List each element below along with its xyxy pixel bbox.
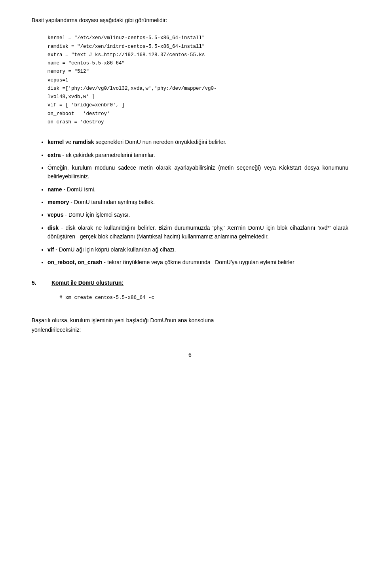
list-item: name - DomU ismi. <box>48 185 348 194</box>
bullet-bold: kernel <box>48 139 64 145</box>
bullet-bold: memory <box>48 199 69 205</box>
bullet-text: - tekrar önyükleme veya çökme durumunda … <box>102 259 294 265</box>
section-title: Komut ile DomU oluşturun: <box>51 280 124 286</box>
list-item: extra - ek çekirdek parametrelerini tanı… <box>48 151 348 159</box>
list-item: memory - DomU tarafından ayrılmış bellek… <box>48 198 348 206</box>
list-item: disk - disk olarak ne kullanıldığını bel… <box>48 223 348 241</box>
bullet-text: - DomU ağı için köprü olarak kullanılan … <box>54 246 176 253</box>
footer-line2: yönlendirileceksiniz: <box>32 327 81 333</box>
bullet-bold: disk <box>48 225 59 231</box>
list-item: vcpus - DomU için işlemci sayısı. <box>48 210 348 219</box>
bullet-text: seçenekleri DomU nun nereden önyüklediği… <box>94 139 227 145</box>
bullet-text: - DomU ismi. <box>62 186 96 193</box>
section-code: # xm create centos-5.5-x86_64 -c <box>59 294 348 302</box>
intro-text: Basit yapılandırma dosyası aşağıdaki gib… <box>32 16 348 25</box>
bullet-bold: name <box>48 186 62 193</box>
footer-line1: Başarılı olursa, kurulum işleminin yeni … <box>32 317 214 323</box>
code-block: kernel = "/etc/xen/vmlinuz-centos-5.5-x8… <box>32 31 348 130</box>
bullet-bold: vcpus <box>48 212 63 218</box>
section-body: Komut ile DomU oluşturun: # xm create ce… <box>51 278 348 308</box>
bullet-text: - DomU tarafından ayrılmış bellek. <box>69 199 154 205</box>
bullet-bold: extra <box>48 152 61 158</box>
section-5: 5. Komut ile DomU oluşturun: # xm create… <box>32 278 348 308</box>
bullet-bold: on_reboot, on_crash <box>48 259 102 265</box>
page-number: 6 <box>32 350 348 359</box>
bullet-text: Örneğin, kurulum modunu sadece metin ola… <box>48 164 348 180</box>
list-item: on_reboot, on_crash - tekrar önyükleme v… <box>48 258 348 267</box>
bullet-bold2: ramdisk <box>73 139 94 145</box>
list-item: kernel ve ramdisk seçenekleri DomU nun n… <box>48 138 348 146</box>
bullet-text: - disk olarak ne kullanıldığını belirler… <box>48 225 348 240</box>
bullet-text: - DomU için işlemci sayısı. <box>63 212 130 218</box>
footer-text: Başarılı olursa, kurulum işleminin yeni … <box>32 316 348 335</box>
bullet-bold: vif <box>48 246 54 253</box>
bullet-text: - ek çekirdek parametrelerini tanımlar. <box>61 152 155 158</box>
list-item: Örneğin, kurulum modunu sadece metin ola… <box>48 163 348 181</box>
section-number: 5. <box>32 278 44 308</box>
list-item: vif - DomU ağı için köprü olarak kullanı… <box>48 245 348 254</box>
bullet-list: kernel ve ramdisk seçenekleri DomU nun n… <box>48 138 348 267</box>
